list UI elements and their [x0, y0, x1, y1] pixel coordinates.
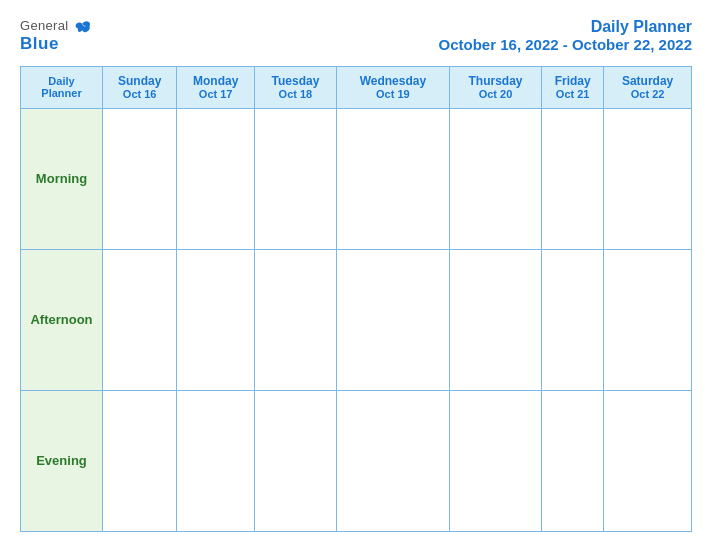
saturday-name: Saturday	[604, 74, 691, 88]
logo-general-text: General	[20, 18, 92, 34]
header: General Blue Daily Planner October 16, 2…	[20, 18, 692, 54]
afternoon-label: Afternoon	[21, 249, 103, 390]
monday-name: Monday	[177, 74, 254, 88]
friday-date: Oct 21	[542, 88, 603, 100]
col-header-friday: Friday Oct 21	[542, 66, 604, 108]
logo-bird-icon	[74, 20, 92, 34]
wednesday-name: Wednesday	[337, 74, 449, 88]
morning-row: Morning	[21, 108, 692, 249]
morning-label: Morning	[21, 108, 103, 249]
header-right: Daily Planner October 16, 2022 - October…	[439, 18, 692, 53]
morning-saturday[interactable]	[604, 108, 692, 249]
evening-saturday[interactable]	[604, 390, 692, 531]
evening-tuesday[interactable]	[255, 390, 337, 531]
afternoon-saturday[interactable]	[604, 249, 692, 390]
afternoon-tuesday[interactable]	[255, 249, 337, 390]
afternoon-wednesday[interactable]	[336, 249, 449, 390]
logo: General Blue	[20, 18, 92, 54]
col-header-main: Daily Planner	[21, 66, 103, 108]
afternoon-sunday[interactable]	[103, 249, 177, 390]
col-header-saturday: Saturday Oct 22	[604, 66, 692, 108]
tuesday-name: Tuesday	[255, 74, 336, 88]
friday-name: Friday	[542, 74, 603, 88]
sunday-name: Sunday	[103, 74, 176, 88]
afternoon-row: Afternoon	[21, 249, 692, 390]
wednesday-date: Oct 19	[337, 88, 449, 100]
afternoon-thursday[interactable]	[449, 249, 541, 390]
col-header-sunday: Sunday Oct 16	[103, 66, 177, 108]
evening-row: Evening	[21, 390, 692, 531]
morning-monday[interactable]	[177, 108, 255, 249]
planner-title: Daily Planner	[439, 18, 692, 36]
logo-blue-text: Blue	[20, 34, 59, 54]
tuesday-date: Oct 18	[255, 88, 336, 100]
header-row: Daily Planner Sunday Oct 16 Monday Oct 1…	[21, 66, 692, 108]
thursday-name: Thursday	[450, 74, 541, 88]
col-header-wednesday: Wednesday Oct 19	[336, 66, 449, 108]
page: General Blue Daily Planner October 16, 2…	[0, 0, 712, 550]
evening-thursday[interactable]	[449, 390, 541, 531]
afternoon-monday[interactable]	[177, 249, 255, 390]
planner-date-range: October 16, 2022 - October 22, 2022	[439, 36, 692, 53]
afternoon-friday[interactable]	[542, 249, 604, 390]
sunday-date: Oct 16	[103, 88, 176, 100]
evening-wednesday[interactable]	[336, 390, 449, 531]
morning-sunday[interactable]	[103, 108, 177, 249]
evening-label: Evening	[21, 390, 103, 531]
morning-friday[interactable]	[542, 108, 604, 249]
evening-monday[interactable]	[177, 390, 255, 531]
saturday-date: Oct 22	[604, 88, 691, 100]
evening-friday[interactable]	[542, 390, 604, 531]
col0-line1: Daily	[21, 75, 102, 87]
col0-line2: Planner	[21, 87, 102, 99]
monday-date: Oct 17	[177, 88, 254, 100]
col-header-monday: Monday Oct 17	[177, 66, 255, 108]
col-header-thursday: Thursday Oct 20	[449, 66, 541, 108]
morning-thursday[interactable]	[449, 108, 541, 249]
morning-tuesday[interactable]	[255, 108, 337, 249]
thursday-date: Oct 20	[450, 88, 541, 100]
calendar-table: Daily Planner Sunday Oct 16 Monday Oct 1…	[20, 66, 692, 532]
col-header-tuesday: Tuesday Oct 18	[255, 66, 337, 108]
morning-wednesday[interactable]	[336, 108, 449, 249]
evening-sunday[interactable]	[103, 390, 177, 531]
